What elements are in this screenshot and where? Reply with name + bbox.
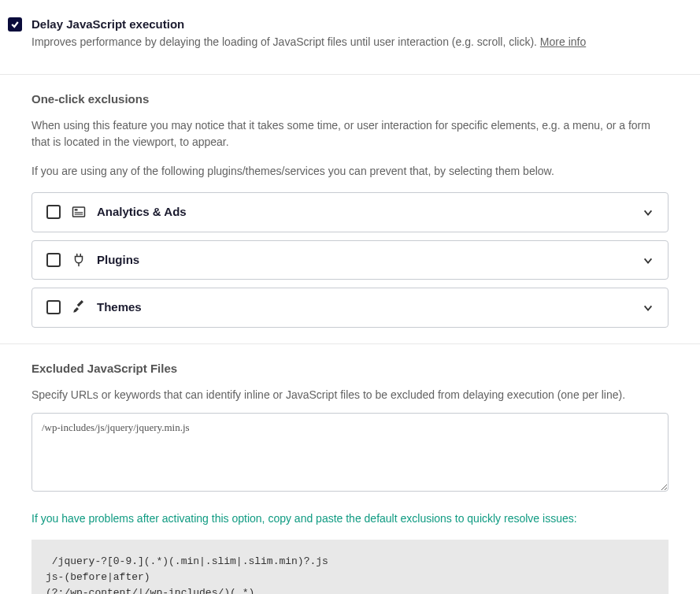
accordion-label: Analytics & Ads	[97, 203, 631, 221]
svg-rect-0	[73, 207, 85, 217]
default-exclusions-code: /jquery-?[0-9.](.*)(.min|.slim|.slim.min…	[31, 540, 669, 594]
excluded-files-title: Excluded JavaScript Files	[31, 360, 669, 378]
accordion-checkbox[interactable]	[46, 300, 61, 314]
delay-js-description: Improves performance by delaying the loa…	[31, 34, 586, 50]
accordion-checkbox[interactable]	[46, 205, 61, 219]
exclusions-title: One-click exclusions	[31, 91, 669, 109]
one-click-exclusions-section: One-click exclusions When using this fea…	[0, 75, 700, 344]
accordion-themes[interactable]: Themes	[31, 288, 669, 328]
analytics-icon	[72, 205, 86, 219]
excluded-files-section: Excluded JavaScript Files Specify URLs o…	[0, 344, 700, 595]
excluded-files-textarea[interactable]	[31, 413, 669, 492]
help-text-top: If you have problems after activating th…	[31, 510, 669, 527]
exclusions-para2: If you are using any of the following pl…	[31, 163, 669, 180]
chevron-down-icon	[643, 206, 654, 217]
chevron-down-icon	[643, 302, 654, 313]
accordion-label: Plugins	[97, 251, 631, 269]
paintbrush-icon	[72, 300, 86, 314]
svg-rect-1	[75, 210, 78, 211]
accordion-list: Analytics & Ads Plugins Themes	[31, 192, 669, 328]
plugin-icon	[72, 253, 86, 267]
accordion-plugins[interactable]: Plugins	[31, 240, 669, 280]
delay-js-header-section: Delay JavaScript execution Improves perf…	[0, 0, 700, 75]
more-info-link[interactable]: More info	[540, 35, 586, 48]
excluded-files-description: Specify URLs or keywords that can identi…	[31, 387, 669, 403]
help-text-top-link[interactable]: If you have problems after activating th…	[31, 512, 577, 525]
accordion-label: Themes	[97, 299, 631, 317]
accordion-checkbox[interactable]	[46, 253, 61, 267]
delay-js-checkbox[interactable]	[8, 17, 22, 32]
delay-js-title: Delay JavaScript execution	[31, 16, 586, 34]
exclusions-para1: When using this feature you may notice t…	[31, 117, 669, 150]
chevron-down-icon	[643, 254, 654, 265]
accordion-analytics-ads[interactable]: Analytics & Ads	[31, 192, 669, 232]
delay-js-description-text: Improves performance by delaying the loa…	[31, 35, 540, 48]
